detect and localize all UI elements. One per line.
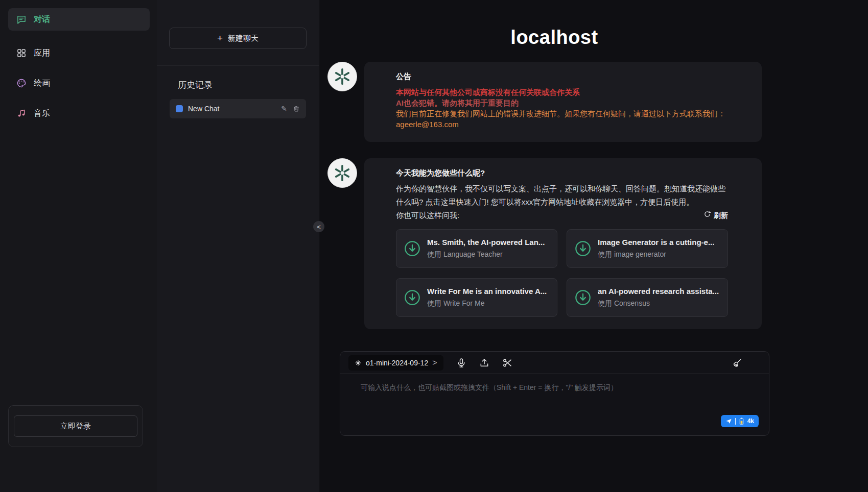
circle-arrow-icon <box>574 240 592 257</box>
ask-row: 你也可以这样问我: 刷新 <box>396 209 728 222</box>
page-title: localhost <box>327 27 781 48</box>
sidebar-item-chat[interactable]: 对话 <box>8 8 150 31</box>
music-note-icon <box>16 108 27 118</box>
announcement-line: 我们目前正在修复我们网站上的错误并改进细节。如果您有任何疑问，请通过以下方式联系… <box>396 108 728 119</box>
apps-grid-icon <box>16 48 27 58</box>
chat-item-actions: ✎ <box>281 105 300 113</box>
sidebar-item-apps[interactable]: 应用 <box>8 42 150 64</box>
assistant-avatar <box>327 158 357 188</box>
announcement-line: 本网站与任何其他公司或商标没有任何关联或合作关系 <box>396 87 728 97</box>
message-input[interactable] <box>353 380 757 416</box>
refresh-label: 刷新 <box>714 209 728 222</box>
suggestion-card[interactable]: Write For Me is an innovative A... 使用 Wr… <box>396 278 557 317</box>
token-count: 4k <box>747 417 754 425</box>
chat-item-title: New Chat <box>188 105 276 113</box>
login-button[interactable]: 立即登录 <box>14 415 137 437</box>
sidebar-item-label: 绘画 <box>34 78 50 89</box>
suggestion-grid: Ms. Smith, the AI-powered Lan... 使用 Lang… <box>396 229 728 317</box>
screenshot-scissors-button[interactable] <box>502 358 512 368</box>
chat-color-icon <box>176 105 183 112</box>
assistant-avatar <box>327 62 357 91</box>
circle-arrow-icon <box>404 240 421 257</box>
suggestion-subtitle: 使用 Write For Me <box>427 299 547 308</box>
new-chat-section: + 新建聊天 <box>157 0 319 66</box>
suggestion-subtitle: 使用 image generator <box>598 250 714 259</box>
edit-icon[interactable]: ✎ <box>281 105 287 113</box>
sparkle-icon <box>355 359 362 366</box>
chevron-left-icon: < <box>317 223 321 231</box>
message-row: 公告 本网站与任何其他公司或商标没有任何关联或合作关系 AI也会犯错。请勿将其用… <box>327 62 781 142</box>
announcement-line: AI也会犯错。请勿将其用于重要目的 <box>396 97 728 108</box>
suggestion-subtitle: 使用 Language Teacher <box>427 250 545 259</box>
conversation-panel: + 新建聊天 历史记录 New Chat ✎ < <box>157 0 319 492</box>
new-chat-button[interactable]: + 新建聊天 <box>169 28 307 49</box>
suggestion-title: Write For Me is an innovative A... <box>427 287 547 296</box>
sidebar: 对话 应用 <box>0 0 157 492</box>
history-title: 历史记录 <box>178 79 307 91</box>
sidebar-item-paint[interactable]: 绘画 <box>8 72 150 94</box>
message-row: 今天我能为您做些什么呢? 作为你的智慧伙伴，我不仅可以写文案、出点子，还可以和你… <box>327 158 781 329</box>
app-window: 对话 应用 <box>0 0 868 492</box>
sidebar-item-music[interactable]: 音乐 <box>8 102 150 125</box>
suggestion-title: an AI-powered research assista... <box>598 287 719 296</box>
clear-context-broom-button[interactable] <box>732 358 742 368</box>
composer-toolbar: o1-mini-2024-09-12 > <box>340 352 769 374</box>
ask-hint: 你也可以这样问我: <box>396 209 459 222</box>
paint-palette-icon <box>16 78 27 88</box>
welcome-body: 作为你的智慧伙伴，我不仅可以写文案、出点子，还可以和你聊天、回答问题。想知道我还… <box>396 182 728 209</box>
chat-bubble-icon <box>16 14 27 24</box>
suggestion-card[interactable]: Ms. Smith, the AI-powered Lan... 使用 Lang… <box>396 229 557 268</box>
circle-arrow-icon <box>404 289 421 306</box>
chevron-right-icon: > <box>432 358 437 367</box>
refresh-button[interactable]: 刷新 <box>703 209 728 222</box>
suggestion-subtitle: 使用 Consensus <box>598 299 719 308</box>
suggestion-texts: Ms. Smith, the AI-powered Lan... 使用 Lang… <box>427 238 545 259</box>
welcome-card: 今天我能为您做些什么呢? 作为你的智慧伙伴，我不仅可以写文案、出点子，还可以和你… <box>364 158 762 329</box>
pill-divider <box>735 418 736 425</box>
upload-button[interactable] <box>479 358 489 368</box>
plus-icon: + <box>217 33 223 44</box>
suggestion-card[interactable]: Image Generator is a cutting-e... 使用 ima… <box>567 229 728 268</box>
send-button[interactable]: 4k <box>721 415 759 427</box>
refresh-icon <box>703 209 711 222</box>
message-input-area: 4k <box>340 374 769 435</box>
contact-email-link[interactable]: ageerle@163.com <box>396 119 728 130</box>
suggestion-card[interactable]: an AI-powered research assista... 使用 Con… <box>567 278 728 317</box>
announcement-card: 公告 本网站与任何其他公司或商标没有任何关联或合作关系 AI也会犯错。请勿将其用… <box>364 62 762 142</box>
suggestion-texts: Image Generator is a cutting-e... 使用 ima… <box>598 238 714 259</box>
paper-plane-icon <box>725 418 732 425</box>
announcement-title: 公告 <box>396 72 728 82</box>
welcome-title: 今天我能为您做些什么呢? <box>396 168 728 178</box>
suggestion-title: Image Generator is a cutting-e... <box>598 238 714 247</box>
model-name: o1-mini-2024-09-12 <box>366 359 428 367</box>
login-box: 立即登录 <box>8 405 143 447</box>
suggestion-texts: Write For Me is an innovative A... 使用 Wr… <box>427 287 547 308</box>
sidebar-item-label: 应用 <box>34 48 50 59</box>
delete-icon[interactable] <box>293 105 300 112</box>
sidebar-item-label: 对话 <box>34 14 50 25</box>
battery-icon <box>739 417 744 425</box>
microphone-button[interactable] <box>456 358 466 368</box>
composer: o1-mini-2024-09-12 > <box>340 351 769 436</box>
sidebar-item-label: 音乐 <box>34 108 50 119</box>
chat-wrapper: localhost <box>327 0 781 492</box>
suggestion-texts: an AI-powered research assista... 使用 Con… <box>598 287 719 308</box>
collapse-handle[interactable]: < <box>313 221 324 232</box>
new-chat-label: 新建聊天 <box>228 34 259 43</box>
suggestion-title: Ms. Smith, the AI-powered Lan... <box>427 238 545 247</box>
chat-history-item[interactable]: New Chat ✎ <box>170 99 306 118</box>
model-selector[interactable]: o1-mini-2024-09-12 > <box>348 355 443 371</box>
main-area: localhost <box>319 0 868 492</box>
circle-arrow-icon <box>574 289 592 306</box>
